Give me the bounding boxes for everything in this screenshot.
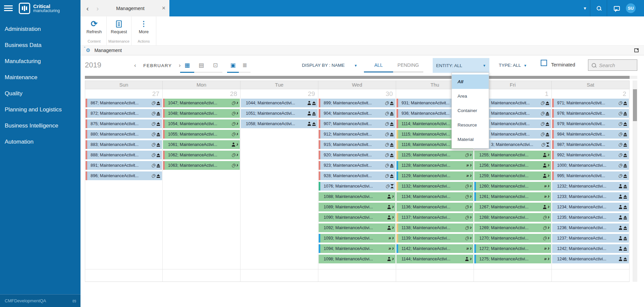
- event[interactable]: 1098; MaintenanceActivi...: [319, 255, 395, 263]
- event[interactable]: 1076; MaintenanceActivi...: [319, 182, 395, 191]
- month-view-icon[interactable]: ▦: [180, 59, 194, 73]
- event[interactable]: 1089; MaintenanceActivi...: [319, 203, 395, 211]
- event[interactable]: 1058; MaintenanceActivi...: [241, 119, 318, 128]
- event[interactable]: 883; MaintenanceActivit...: [86, 140, 162, 149]
- user-avatar[interactable]: SU: [626, 3, 636, 13]
- terminated-checkbox[interactable]: [541, 60, 547, 66]
- event[interactable]: 1267; MaintenanceActivi...: [474, 203, 551, 211]
- event[interactable]: 891; MaintenanceActivit...: [86, 161, 162, 170]
- vertical-scrollbar-thumb[interactable]: [633, 89, 637, 121]
- event[interactable]: 987; MaintenanceActivit...: [552, 140, 629, 149]
- event[interactable]: 1128; MaintenanceActivi...: [396, 161, 473, 170]
- event[interactable]: 1062; MaintenanceActivi...: [163, 151, 240, 159]
- event[interactable]: 1090; MaintenanceActivi...: [319, 213, 395, 222]
- event[interactable]: 1237; MaintenanceActivi...: [552, 234, 629, 243]
- event[interactable]: 1142; MaintenanceActivi...: [396, 244, 473, 253]
- event[interactable]: 1236; MaintenanceActivi...: [552, 223, 629, 232]
- day-view-icon[interactable]: ⊡: [208, 59, 222, 73]
- event[interactable]: 907; MaintenanceActivit...: [319, 119, 395, 128]
- event[interactable]: 1088; MaintenanceActivi...: [319, 192, 395, 201]
- event[interactable]: 1259; MaintenanceActivi...: [474, 171, 551, 180]
- event[interactable]: 920; MaintenanceActivit...: [319, 151, 395, 159]
- filter-tab-all[interactable]: ALL: [364, 59, 393, 72]
- event[interactable]: 1242; MaintenanceActivi...: [552, 244, 629, 253]
- event[interactable]: 1270; MaintenanceActivi...: [474, 234, 551, 243]
- sidebar-item-business-intelligence[interactable]: Business Intelligence: [0, 118, 80, 134]
- display-by-dropdown[interactable]: DISPLAY BY : NAME▼: [302, 63, 357, 68]
- more-button[interactable]: ⋮More: [131, 16, 156, 34]
- entity-dropdown[interactable]: ENTITY: ALL ▼: [433, 58, 489, 73]
- event[interactable]: 1063; MaintenanceActivi...: [163, 161, 240, 170]
- sidebar-item-business-data[interactable]: Business Data: [0, 37, 80, 53]
- event[interactable]: 875; MaintenanceActivit...: [86, 119, 162, 128]
- event[interactable]: 888; MaintenanceActivit...: [86, 151, 162, 159]
- event[interactable]: 872; MaintenanceActivit...: [86, 109, 162, 118]
- event[interactable]: 915; MaintenanceActivit...: [319, 140, 395, 149]
- year-label[interactable]: 2019: [85, 61, 101, 69]
- entity-menu-item-container[interactable]: Container: [452, 103, 489, 118]
- event[interactable]: 1268; MaintenanceActivi...: [474, 213, 551, 222]
- event[interactable]: 971; MaintenanceActivit...: [552, 99, 629, 107]
- event[interactable]: 1061; MaintenanceActivi...: [163, 140, 240, 149]
- event[interactable]: 904; MaintenanceActivit...: [319, 109, 395, 118]
- event[interactable]: 995; MaintenanceActivit...: [552, 171, 629, 180]
- event[interactable]: 1092; MaintenanceActivi...: [319, 223, 395, 232]
- tab-title[interactable]: Management: [103, 6, 158, 11]
- event[interactable]: 880; MaintenanceActivit...: [86, 130, 162, 139]
- tab-forward-icon[interactable]: ›: [93, 4, 103, 12]
- tab-back-icon[interactable]: ‹: [83, 4, 93, 12]
- event[interactable]: 1235; MaintenanceActivi...: [552, 213, 629, 222]
- event[interactable]: 1272; MaintenanceActivi...: [474, 244, 551, 253]
- event[interactable]: 1125; MaintenanceActivi...: [396, 151, 473, 159]
- event[interactable]: 984; MaintenanceActivit...: [552, 130, 629, 139]
- refresh-button[interactable]: ⟳Refresh: [82, 16, 106, 34]
- entity-menu-item-material[interactable]: Material: [452, 132, 489, 147]
- event[interactable]: 979; MaintenanceActivit...: [552, 119, 629, 128]
- event[interactable]: 923; MaintenanceActivit...: [319, 161, 395, 170]
- event[interactable]: 1261; MaintenanceActivi...: [474, 192, 551, 201]
- entity-menu-item-all[interactable]: All: [452, 74, 489, 89]
- event[interactable]: 1232; MaintenanceActivi...: [552, 182, 629, 191]
- event[interactable]: 867; MaintenanceActivit...: [86, 99, 162, 107]
- sidebar-item-quality[interactable]: Quality: [0, 86, 80, 102]
- sidebar-item-planning-and-logistics[interactable]: Planning and Logistics: [0, 102, 80, 118]
- event[interactable]: 1233; MaintenanceActivi...: [552, 192, 629, 201]
- request-button[interactable]: Request: [107, 16, 131, 34]
- topbar-chat-icon[interactable]: [612, 0, 621, 16]
- event[interactable]: 1047; MaintenanceActivi...: [163, 99, 240, 107]
- event[interactable]: 1234; MaintenanceActivi...: [552, 203, 629, 211]
- event[interactable]: 1144; MaintenanceActivi...: [396, 255, 473, 263]
- topbar-search-icon[interactable]: [594, 0, 603, 16]
- type-dropdown[interactable]: TYPE: ALL▼: [499, 63, 527, 68]
- event[interactable]: 912; MaintenanceActivit...: [319, 130, 395, 139]
- event[interactable]: 1260; MaintenanceActivi...: [474, 182, 551, 191]
- week-view-icon[interactable]: ▤: [194, 59, 208, 73]
- event[interactable]: 1255; MaintenanceActivi...: [474, 151, 551, 159]
- event[interactable]: 896; MaintenanceActivit...: [86, 171, 162, 180]
- sidebar-item-administration[interactable]: Administration: [0, 21, 80, 37]
- event[interactable]: 1275; MaintenanceActivi...: [474, 255, 551, 263]
- event[interactable]: 928; MaintenanceActivit...: [319, 171, 395, 180]
- event[interactable]: 1048; MaintenanceActivi...: [163, 109, 240, 118]
- event[interactable]: 1137; MaintenanceActivi...: [396, 213, 473, 222]
- event[interactable]: 1136; MaintenanceActivi...: [396, 203, 473, 211]
- event[interactable]: 1134; MaintenanceActivi...: [396, 192, 473, 201]
- event[interactable]: 1093; MaintenanceActivi...: [319, 234, 395, 243]
- event[interactable]: 1055; MaintenanceActivi...: [163, 130, 240, 139]
- topbar-dropdown-icon[interactable]: ▼: [581, 0, 589, 16]
- entity-menu-item-resource[interactable]: Resource: [452, 118, 489, 132]
- filter-tab-pending[interactable]: PENDING: [393, 59, 423, 72]
- popout-icon[interactable]: [634, 48, 639, 52]
- previous-month-icon[interactable]: ‹: [134, 62, 136, 69]
- event[interactable]: 1269; MaintenanceActivi...: [474, 223, 551, 232]
- sidebar-item-maintenance[interactable]: Maintenance: [0, 69, 80, 86]
- horizontal-scrollbar-thumb[interactable]: [85, 76, 630, 79]
- event[interactable]: 1051; MaintenanceActivi...: [241, 109, 318, 118]
- event[interactable]: 1094; MaintenanceActivi...: [319, 244, 395, 253]
- sidebar-item-automation[interactable]: Automation: [0, 134, 80, 150]
- event[interactable]: 992; MaintenanceActivit...: [552, 151, 629, 159]
- search-input[interactable]: [599, 62, 633, 68]
- tab-close-icon[interactable]: ×: [158, 5, 169, 12]
- event[interactable]: 1246; MaintenanceActivi...: [552, 255, 629, 263]
- entity-menu-item-area[interactable]: Area: [452, 89, 489, 103]
